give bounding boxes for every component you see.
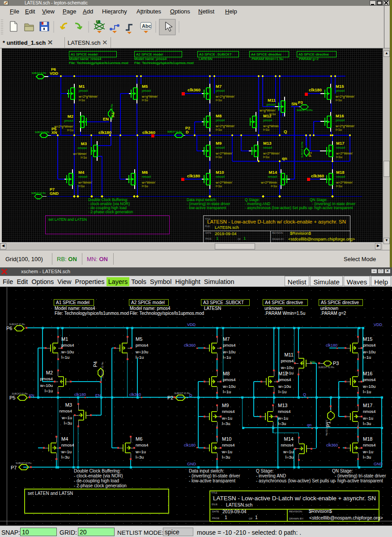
svg-text:pmos4: pmos4 <box>363 343 376 348</box>
svg-text:w=1u: w=1u <box>222 416 232 421</box>
svg-text:M6: M6 <box>142 170 148 175</box>
svg-text:w=10u: w=10u <box>362 384 375 389</box>
svg-text:pmos4: pmos4 <box>79 89 88 93</box>
svg-text:l=3u: l=3u <box>278 421 286 426</box>
svg-text:DRAWN BY:: DRAWN BY: <box>289 517 304 520</box>
svg-text:P4: P4 <box>111 112 115 117</box>
svg-text:VDD: VDD <box>187 322 196 327</box>
svg-text:PAGE: PAGE <box>205 237 212 240</box>
svg-text:Q Stage:: Q Stage: <box>256 468 273 473</box>
svg-text:A2 SPICE model: A2 SPICE model <box>136 52 163 56</box>
svg-text:EN: EN <box>103 116 109 121</box>
svg-text:w=1u: w=1u <box>283 449 294 454</box>
svg-text:GND: GND <box>374 462 383 466</box>
svg-text:clk180: clk180 <box>98 130 111 135</box>
svg-text:l=1u: l=1u <box>336 98 342 102</box>
svg-text:l=1u: l=1u <box>45 388 53 393</box>
svg-text:M13: M13 <box>263 141 271 146</box>
svg-text:w=1u: w=1u <box>362 449 373 454</box>
svg-text:SUBCKT IO Pin: SUBCKT IO Pin <box>32 72 46 74</box>
svg-text:l=1u: l=1u <box>67 128 73 132</box>
svg-text:Double Clock Buffering:: Double Clock Buffering: <box>74 468 121 473</box>
svg-text:SN: SN <box>291 101 297 106</box>
svg-text:nmos4: nmos4 <box>263 146 273 149</box>
svg-text:l=3u: l=3u <box>363 455 371 460</box>
svg-text:Model name: nmos4: Model name: nmos4 <box>55 306 95 311</box>
svg-text:clk180: clk180 <box>74 392 86 397</box>
svg-text:clk360: clk360 <box>129 392 141 397</box>
svg-text:l=1u: l=1u <box>263 128 269 132</box>
svg-text:unknown: unknown <box>264 306 282 311</box>
svg-text:P1: P1 <box>308 152 312 157</box>
svg-text:.PARAM Wmin=1.5u: .PARAM Wmin=1.5u <box>251 57 283 61</box>
svg-text:nmos4: nmos4 <box>222 442 235 447</box>
svg-text:- 2-phase clock generation: - 2-phase clock generation <box>74 483 127 488</box>
svg-text:File: Technology/spice/ls1unmo: File: Technology/spice/ls1unmos.mod <box>55 311 129 316</box>
svg-text:P3: P3 <box>333 361 339 366</box>
svg-text:nmos4: nmos4 <box>61 442 74 447</box>
svg-text:OF: OF <box>238 238 241 241</box>
svg-text:l=1u: l=1u <box>81 155 87 159</box>
svg-text:.PARAM g=2: .PARAM g=2 <box>320 311 346 316</box>
svg-text:M12: M12 <box>278 371 288 376</box>
svg-text:1: 1 <box>255 515 258 520</box>
svg-text:w=1u: w=1u <box>61 415 72 420</box>
svg-text:LATESN: LATESN <box>204 306 221 311</box>
svg-text:nmos4: nmos4 <box>268 175 277 178</box>
svg-text:A5 SPICE directive: A5 SPICE directive <box>298 52 329 56</box>
svg-text:M12: M12 <box>263 113 271 118</box>
svg-text:nmos4: nmos4 <box>281 442 294 447</box>
svg-text:M7: M7 <box>216 84 222 89</box>
svg-text:nmos4: nmos4 <box>222 409 235 414</box>
svg-text:.PARAM g=2: .PARAM g=2 <box>298 57 319 61</box>
svg-text:M18: M18 <box>363 436 372 442</box>
svg-text:Abc: Abc <box>142 23 151 29</box>
svg-text:pmos4: pmos4 <box>40 376 53 381</box>
svg-text:Q: Q <box>284 129 287 134</box>
svg-text:M14: M14 <box>269 170 277 175</box>
svg-text:M16: M16 <box>336 113 344 118</box>
svg-text:M2: M2 <box>46 370 53 375</box>
svg-text:l=1u: l=1u <box>216 128 222 132</box>
svg-text:LATESN: LATESN <box>199 57 213 61</box>
svg-text:w=1u: w=1u <box>362 416 373 421</box>
svg-text:nmos4: nmos4 <box>78 175 88 178</box>
svg-text:l=3u: l=3u <box>136 455 144 460</box>
svg-text:nmos4: nmos4 <box>363 409 376 414</box>
svg-text:.SUBCKT IO Pin: .SUBCKT IO Pin <box>11 392 28 395</box>
svg-text:l=1u: l=1u <box>61 355 69 360</box>
svg-text:l=1u: l=1u <box>79 98 85 102</box>
svg-text:M3: M3 <box>81 141 87 146</box>
svg-text:$Revision$: $Revision$ <box>309 508 332 514</box>
svg-text:clk360: clk360 <box>326 443 338 447</box>
svg-text:w=1u: w=1u <box>61 449 72 454</box>
svg-text:A1 SPICE model: A1 SPICE model <box>71 52 98 56</box>
svg-text:l=1u: l=1u <box>263 155 269 159</box>
svg-text:VDD: VDD <box>374 322 383 327</box>
svg-text:A4 SPICE directive: A4 SPICE directive <box>251 52 282 56</box>
svg-text:Model name: nmos4: Model name: nmos4 <box>69 57 102 61</box>
svg-text:A1 SPICE model: A1 SPICE model <box>56 300 89 305</box>
svg-text:LATESN - Low-active D-Latch w/: LATESN - Low-active D-Latch w/ clock-ena… <box>207 219 346 224</box>
svg-text:l=1u: l=1u <box>216 98 222 102</box>
svg-text:w=10u: w=10u <box>40 383 53 388</box>
svg-text:pmos4: pmos4 <box>336 119 345 122</box>
svg-text:l=1u: l=1u <box>271 184 277 188</box>
svg-text:M4: M4 <box>78 170 85 175</box>
svg-text:- inverting AND: - inverting AND <box>256 473 286 478</box>
svg-text:<stdcelllib@nospam.chipforge.o: <stdcelllib@nospam.chipforge.org> <box>309 515 383 520</box>
svg-text:M8: M8 <box>223 371 230 376</box>
svg-text:l=3u: l=3u <box>285 455 294 460</box>
svg-text:1: 1 <box>225 515 227 520</box>
svg-text:SUBCKT IO Pin: SUBCKT IO Pin <box>16 462 32 464</box>
svg-text:nmos4: nmos4 <box>216 146 225 149</box>
svg-text:w=10u: w=10u <box>135 349 148 354</box>
svg-text:2019-09-04: 2019-09-04 <box>222 509 247 514</box>
svg-text:- clock-enable (via NOR): - clock-enable (via NOR) <box>74 473 123 478</box>
svg-text:M4: M4 <box>61 436 68 442</box>
svg-text:- high-active transparent: - high-active transparent <box>312 206 353 210</box>
svg-text:<stdcelllib@nospam.chipforge.o: <stdcelllib@nospam.chipforge.org> <box>288 236 355 241</box>
svg-text:M13: M13 <box>278 403 287 408</box>
svg-text:OF: OF <box>249 517 253 520</box>
svg-text:w=10u: w=10u <box>61 349 74 354</box>
